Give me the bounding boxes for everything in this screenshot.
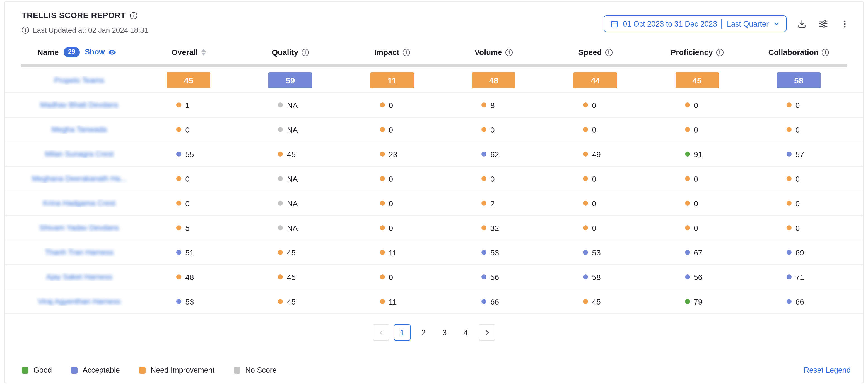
score-value: 49 — [592, 150, 601, 158]
member-name-link[interactable]: Krina Hadgama Crest — [43, 199, 116, 207]
score-box[interactable]: 45 — [167, 72, 210, 88]
score-dot — [380, 176, 384, 181]
score-dot — [278, 250, 283, 255]
member-name-link[interactable]: Madhav Bhatt Devdans — [40, 101, 119, 109]
impact-info-icon[interactable] — [403, 49, 410, 56]
score-dot — [685, 152, 690, 157]
proficiency-info-icon[interactable] — [716, 49, 723, 56]
score-dot — [786, 299, 792, 304]
score-box[interactable]: 48 — [472, 72, 516, 88]
score-value: 45 — [287, 297, 296, 306]
column-header-quality: Quality — [240, 48, 341, 57]
last-updated-info-icon[interactable] — [22, 27, 29, 34]
score-box[interactable]: 45 — [675, 72, 719, 88]
score-dot — [786, 102, 792, 108]
no-score-swatch — [234, 367, 240, 374]
page-1-button[interactable]: 1 — [394, 324, 410, 341]
score-dot — [278, 299, 283, 304]
summary-score-cell: 48 — [443, 72, 545, 88]
score-box[interactable]: 59 — [269, 72, 312, 88]
score-cell: NA — [240, 199, 341, 208]
member-name-link[interactable]: Viraj Agyenthan Harness — [38, 297, 121, 306]
legend-item-acceptable[interactable]: Acceptable — [71, 366, 120, 374]
score-cell: 45 — [545, 297, 646, 306]
score-cell: 56 — [646, 272, 748, 281]
page-2-button[interactable]: 2 — [415, 324, 432, 341]
score-dot — [685, 102, 690, 108]
title-block: TRELLIS SCORE REPORT Last Updated at: 02… — [22, 11, 148, 34]
quality-info-icon[interactable] — [302, 49, 309, 56]
settings-sliders-button[interactable] — [817, 18, 830, 30]
score-cell: 45 — [240, 272, 341, 281]
team-name-link[interactable]: Propelo Teams — [54, 76, 104, 84]
score-cell: 79 — [646, 297, 748, 306]
score-value: 62 — [490, 150, 499, 158]
score-dot — [786, 127, 792, 132]
legend: Good Acceptable Need Improvement No Scor… — [22, 366, 851, 374]
show-names-button[interactable]: Show — [85, 48, 117, 57]
score-value: 45 — [592, 297, 601, 306]
score-dot — [278, 152, 283, 157]
kebab-menu-button[interactable] — [839, 18, 851, 30]
score-box[interactable]: 58 — [777, 72, 820, 88]
good-swatch — [22, 367, 28, 374]
sort-icon[interactable] — [202, 49, 206, 56]
reset-legend-link[interactable]: Reset Legend — [804, 366, 851, 374]
score-value: 0 — [185, 125, 190, 134]
score-cell: 0 — [545, 174, 646, 183]
score-dot — [176, 250, 181, 255]
score-cell: 45 — [240, 248, 341, 257]
score-dot — [786, 274, 792, 279]
page-3-button[interactable]: 3 — [436, 324, 453, 341]
legend-item-no-score[interactable]: No Score — [234, 366, 277, 374]
volume-info-icon[interactable] — [506, 49, 513, 56]
member-name-link[interactable]: Meghana Deerakanath Ha... — [32, 175, 126, 183]
score-dot — [482, 201, 487, 206]
member-name-link[interactable]: Milan Sunagra Crest — [45, 150, 114, 158]
score-value: NA — [287, 199, 298, 208]
score-box[interactable]: 44 — [574, 72, 617, 88]
collaboration-info-icon[interactable] — [822, 49, 829, 56]
score-cell: 45 — [240, 150, 341, 158]
legend-item-good[interactable]: Good — [22, 366, 52, 374]
column-header-overall[interactable]: Overall — [138, 48, 240, 57]
name-header-label: Name — [37, 48, 59, 57]
member-name-link[interactable]: Ajay Saket Harness — [46, 273, 112, 281]
score-dot — [786, 250, 792, 255]
title-info-icon[interactable] — [130, 12, 137, 19]
score-value: 0 — [389, 272, 393, 281]
legend-item-need-improvement[interactable]: Need Improvement — [139, 366, 215, 374]
score-cell: 0 — [138, 199, 240, 208]
member-row: Krina Hadgama Crest 0NA02000 — [5, 191, 863, 215]
score-dot — [786, 225, 792, 230]
member-name-cell: Ajay Saket Harness — [21, 273, 138, 281]
score-cell: 0 — [341, 223, 443, 232]
horizontal-scrollbar[interactable] — [21, 64, 847, 67]
download-button[interactable] — [796, 18, 808, 30]
score-value: 51 — [185, 248, 194, 257]
speed-info-icon[interactable] — [605, 49, 613, 56]
last-updated-text: Last Updated at: 02 Jan 2024 18:31 — [33, 26, 148, 34]
score-value: 2 — [490, 199, 495, 208]
score-dot — [380, 201, 384, 206]
score-dot — [176, 152, 181, 157]
pagination-next-button[interactable] — [478, 324, 495, 341]
score-cell: NA — [240, 223, 341, 232]
member-name-link[interactable]: Shivam Yadav Devdans — [39, 223, 119, 232]
score-dot — [583, 201, 588, 206]
score-dot — [685, 250, 690, 255]
date-range-picker-button[interactable]: 01 Oct 2023 to 31 Dec 2023 Last Quarter — [603, 16, 786, 32]
score-cell: 53 — [545, 248, 646, 257]
pagination-prev-button[interactable] — [373, 324, 390, 341]
member-row: Milan Sunagra Crest 55452362499157 — [5, 142, 863, 166]
member-name-link[interactable]: Thanh Tran Harness — [45, 248, 114, 257]
score-value: 67 — [694, 248, 702, 257]
member-name-link[interactable]: Megha Tanwada — [52, 125, 107, 134]
score-cell: 66 — [748, 297, 849, 306]
score-cell: 0 — [341, 125, 443, 134]
score-dot — [278, 176, 283, 181]
score-box[interactable]: 11 — [370, 72, 414, 88]
calendar-icon — [610, 20, 618, 28]
score-cell: 2 — [443, 199, 545, 208]
page-4-button[interactable]: 4 — [458, 324, 474, 341]
